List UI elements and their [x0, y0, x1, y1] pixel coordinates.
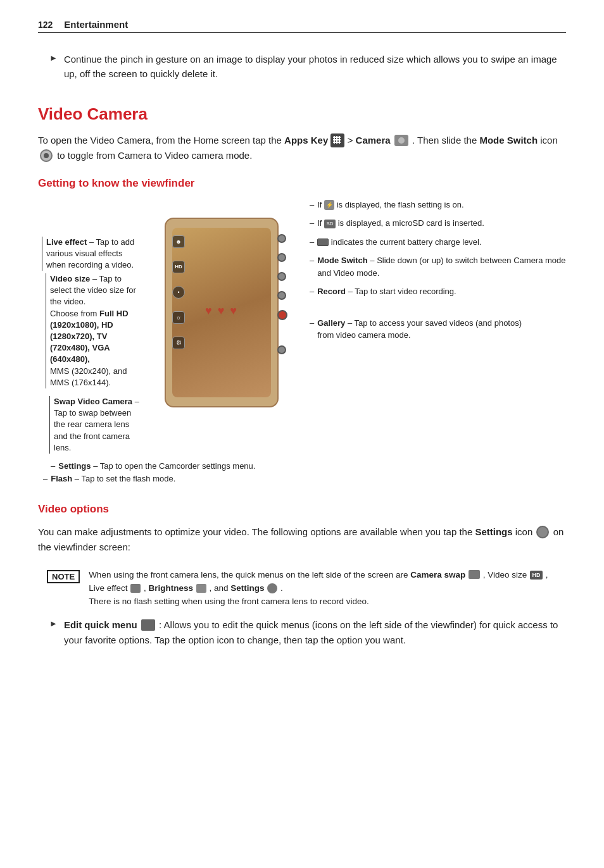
battery-icon: [317, 239, 329, 246]
rc-sdcard-text: If SD is displayed, a microSD card is in…: [317, 217, 484, 230]
vf-battery-ctrl: [277, 272, 286, 281]
video-camera-intro: To open the Video Camera, from the Home …: [38, 133, 566, 163]
note-camera-swap-label: Camera swap: [410, 570, 465, 580]
edit-quick-menu-label: Edit quick menu: [64, 619, 137, 630]
rc-record: – Record – Tap to start video recording.: [310, 285, 566, 298]
bullet-arrow-icon: ►: [49, 53, 58, 63]
vf-left-callouts: Live effect – Tap to add various visual …: [38, 199, 149, 454]
hd-icon: HD: [530, 571, 543, 580]
lc-video-size-label: Video size: [50, 274, 90, 283]
viewfinder-title: Getting to know the viewfinder: [38, 177, 566, 190]
edit-bullet-text: Edit quick menu : Allows you to edit the…: [64, 617, 566, 648]
note-box: NOTE When using the front camera lens, t…: [47, 569, 566, 609]
intro-text-3: . Then slide the: [412, 135, 479, 146]
video-camera-title: Video Camera: [38, 104, 566, 124]
camera-swap-icon: [469, 570, 480, 579]
live-effect-icon: [130, 584, 141, 593]
note-label: NOTE: [47, 570, 80, 583]
brightness-icon: [196, 584, 206, 593]
edit-bullet-desc: : Allows you to edit the quick menus (ic…: [64, 619, 558, 645]
bc-flash-dash: –: [43, 473, 47, 485]
rc-battery-dash: –: [310, 236, 314, 249]
rc-flash-dash: –: [310, 199, 314, 211]
vo-intro-2: icon: [515, 526, 533, 537]
phone-mockup: ♥ ♥ ♥ ☻ HD • ☼ ⚙: [165, 218, 279, 407]
bullet-item: ► Continue the pinch in gesture on an im…: [49, 52, 566, 82]
rc-mode-switch-dash: –: [310, 254, 314, 267]
rc-gallery-text: Gallery – Tap to access your saved video…: [317, 317, 522, 342]
lc-live-effect-label: Live effect: [46, 237, 87, 247]
rc-mode-switch-text: Mode Switch – Slide down (or up) to swit…: [317, 254, 566, 279]
lc-swap: Swap Video Camera – Tap to swap between …: [49, 396, 144, 454]
vf-live-effect-icon: ☻: [172, 235, 185, 248]
bc-settings-dash: –: [51, 460, 55, 473]
edit-bullet-arrow-icon: ►: [49, 619, 58, 628]
page-header: 122 Entertainment: [38, 19, 566, 33]
bc-settings: – Settings – Tap to open the Camcorder s…: [38, 460, 566, 473]
vf-sdcard-ctrl: [277, 253, 286, 262]
rc-battery: – indicates the current battery charge l…: [310, 236, 566, 249]
apps-key-label: Apps Key: [284, 135, 328, 146]
lc-video-size-desc: – Tap to select the video size for the v…: [50, 274, 136, 387]
vf-record-ctrl: [277, 310, 287, 320]
edit-quick-menu-bullet: ► Edit quick menu : Allows you to edit t…: [38, 617, 566, 648]
page-number: 122: [38, 20, 53, 30]
intro-text-2: >: [348, 135, 356, 146]
viewfinder-section: Getting to know the viewfinder Live effe…: [38, 177, 566, 485]
rc-record-text: Record – Tap to start video recording.: [317, 285, 456, 298]
vf-center: ♥ ♥ ♥ ☻ HD • ☼ ⚙: [149, 199, 294, 454]
rc-gallery-label: Gallery: [317, 318, 345, 328]
vf-hd-icon: HD: [172, 261, 185, 273]
bc-settings-text: Settings – Tap to open the Camcorder set…: [58, 460, 255, 473]
lc-live-effect: Live effect – Tap to add various visual …: [42, 237, 144, 271]
vf-brightness-icon: ☼: [172, 311, 185, 324]
camera-label: Camera: [356, 135, 391, 146]
intro-text-5: to toggle from Camera to Video camera mo…: [57, 150, 252, 161]
mode-switch-label: Mode Switch: [479, 135, 538, 146]
rc-battery-text: indicates the current battery charge lev…: [317, 236, 481, 249]
camera-icon: [394, 135, 408, 146]
sdcard-icon: SD: [324, 220, 336, 228]
lc-swap-label: Swap Video Camera: [54, 397, 132, 406]
intro-text-4: icon: [540, 135, 558, 146]
apps-key-icon: [330, 133, 344, 147]
video-camera-section: Video Camera To open the Video Camera, f…: [38, 104, 566, 648]
rc-flash-text: If ⚡ is displayed, the flash setting is …: [317, 199, 463, 211]
rc-mode-switch-label: Mode Switch: [317, 256, 367, 265]
bc-settings-label: Settings: [58, 461, 91, 471]
mode-switch-icon: [40, 149, 53, 162]
note-text-1: When using the front camera lens, the qu…: [89, 570, 410, 580]
video-options-title: Video options: [38, 503, 566, 516]
vf-right-callouts: – If ⚡ is displayed, the flash setting i…: [294, 199, 566, 454]
edit-quick-menu-icon: [141, 619, 155, 631]
bottom-callouts: – Settings – Tap to open the Camcorder s…: [38, 460, 566, 485]
phone-right-controls: [277, 234, 287, 354]
video-options-section: Video options You can make adjustments t…: [38, 503, 566, 648]
rc-flash: – If ⚡ is displayed, the flash setting i…: [310, 199, 566, 211]
settings-icon-inline: [536, 526, 549, 538]
rc-mode-switch: – Mode Switch – Slide down (or up) to sw…: [310, 254, 566, 279]
rc-gallery-dash: –: [310, 317, 314, 330]
flash-icon: ⚡: [324, 200, 334, 210]
vf-dots-icon: •: [172, 286, 185, 299]
note-text-5: , and: [210, 583, 231, 593]
note-text-2: , Video size: [483, 570, 529, 580]
rc-sdcard-dash: –: [310, 217, 314, 230]
bullet-text: Continue the pinch in gesture on an imag…: [64, 52, 566, 82]
note-settings-label: Settings: [230, 583, 264, 593]
vo-settings-label: Settings: [475, 526, 512, 537]
phone-screen: ♥ ♥ ♥: [172, 228, 271, 397]
bc-flash: – Flash – Tap to set the flash mode.: [38, 473, 566, 485]
note-settings-icon: [267, 583, 277, 593]
vf-gallery-ctrl: [277, 345, 286, 354]
bullet-intro-section: ► Continue the pinch in gesture on an im…: [38, 52, 566, 82]
lc-video-size: Video size – Tap to select the video siz…: [46, 273, 144, 388]
page-title-header: Entertainment: [64, 19, 128, 30]
vo-intro-1: You can make adjustments to optimize you…: [38, 526, 475, 537]
viewfinder-diagram: Live effect – Tap to add various visual …: [38, 199, 566, 454]
rc-record-label: Record: [317, 287, 346, 296]
note-brightness-label: Brightness: [148, 583, 193, 593]
rc-sdcard: – If SD is displayed, a microSD card is …: [310, 217, 566, 230]
phone-left-icons: ☻ HD • ☼ ⚙: [172, 235, 185, 349]
bc-flash-text: Flash – Tap to set the flash mode.: [51, 473, 175, 485]
